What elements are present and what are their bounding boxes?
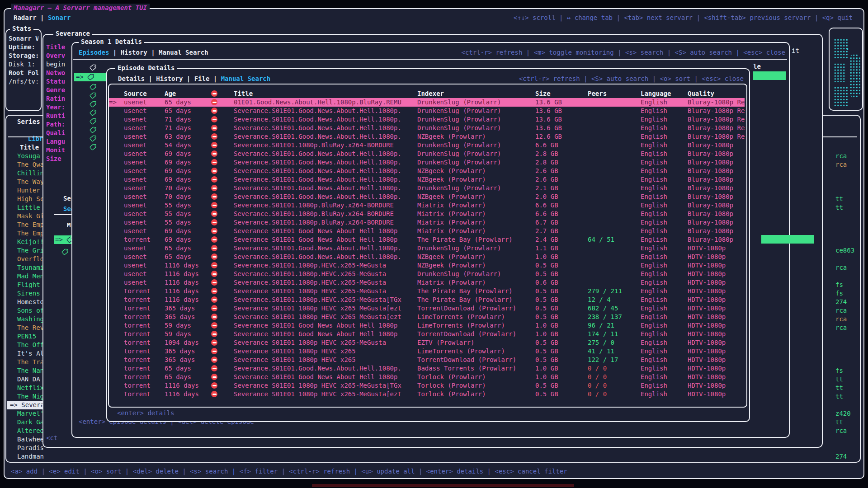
series-field-label: Year: bbox=[46, 103, 73, 112]
release-row[interactable]: usenet65 daysSeverance.S01E01.Good.News.… bbox=[109, 253, 745, 261]
release-row[interactable]: usenet55 daysSeverance.S01E01.1080p.BluR… bbox=[109, 218, 745, 227]
series-list-item[interactable]: The Emp bbox=[7, 221, 44, 229]
release-row[interactable]: usenet70 daysSeverance.S01E01.Good.News.… bbox=[109, 192, 745, 201]
season-tab-manual-search[interactable]: Manual Search bbox=[159, 49, 208, 56]
release-row[interactable]: usenet71 daysSeverance.S01E01.Good.News.… bbox=[109, 115, 745, 124]
release-row[interactable]: torrent365 daysSeverance S01E01 1080p HE… bbox=[109, 313, 745, 321]
series-list-item[interactable]: Paradis bbox=[7, 444, 44, 452]
series-list-item[interactable]: Overflo bbox=[7, 255, 44, 263]
release-row[interactable]: torrent65 daysSeverance S01E01 Good News… bbox=[109, 373, 745, 381]
release-row[interactable]: usenet55 daysSeverance.S01E01.1080p.BluR… bbox=[109, 210, 745, 218]
series-list-item[interactable]: DAN DA bbox=[7, 375, 44, 384]
series-list-item[interactable]: Marvel' bbox=[7, 409, 44, 418]
release-row[interactable]: torrent365 daysSeverance S01E01 1080p HE… bbox=[109, 356, 745, 364]
release-row[interactable]: usenet69 daysSeverance.S01E01.Good.News.… bbox=[109, 175, 745, 184]
release-row[interactable]: torrent365 daysSeverance S01E01 1080p HE… bbox=[109, 347, 745, 356]
release-peers: 174 / 11 bbox=[588, 330, 641, 338]
release-row[interactable]: usenet69 daysSeverance.S01E01.Good.News.… bbox=[109, 167, 745, 175]
episode-row[interactable] bbox=[90, 134, 96, 143]
series-list-item[interactable]: The Gri bbox=[7, 246, 44, 255]
episode-row[interactable] bbox=[90, 117, 96, 126]
series-list-item[interactable]: Washing bbox=[7, 315, 44, 324]
release-row[interactable]: torrent1116 daysSeverance.S01E01.1080p.H… bbox=[109, 296, 745, 304]
series-list-item[interactable]: PEN15 bbox=[7, 332, 44, 341]
selected-episode-row[interactable]: => bbox=[74, 73, 108, 81]
series-list-item[interactable]: The Way bbox=[7, 178, 44, 186]
release-row[interactable]: torrent1116 daysSeverance S01E01 1080p H… bbox=[109, 381, 745, 390]
episode-row[interactable] bbox=[90, 100, 96, 108]
episode-tab-history[interactable]: History bbox=[156, 75, 183, 82]
series-list-item[interactable]: The Qwa bbox=[7, 160, 44, 169]
episode-tab-manual-search[interactable]: Manual Search bbox=[221, 75, 271, 82]
release-language: English bbox=[641, 321, 688, 330]
release-row[interactable]: torrent365 daysSeverance S01E01 1080p HE… bbox=[109, 304, 745, 313]
release-row[interactable]: usenet1116 daysSeverance.S01E01.1080p.HE… bbox=[109, 270, 745, 278]
series-field-label: Langu bbox=[46, 137, 73, 146]
series-list-item[interactable]: Mad Men bbox=[7, 272, 44, 281]
series-list-item[interactable]: Mask Gi bbox=[7, 212, 44, 221]
release-row[interactable]: torrent59 daysSeverance S01E01 Good News… bbox=[109, 321, 745, 330]
series-list-item[interactable]: Sons of bbox=[7, 306, 44, 315]
series-list-item[interactable]: Flight bbox=[7, 281, 44, 289]
release-row[interactable]: torrent59 daysSeverance S01E01 Good News… bbox=[109, 330, 745, 338]
servarr-tab-radarr[interactable]: Radarr bbox=[14, 14, 37, 21]
servarr-tab-sonarr[interactable]: Sonarr bbox=[48, 14, 71, 21]
release-row[interactable]: usenet54 daysSeverance.S01E01.1080p.BluR… bbox=[109, 141, 745, 150]
series-list-item[interactable]: Hunter bbox=[7, 186, 44, 195]
series-list-item[interactable]: Netflix bbox=[7, 384, 44, 392]
no-entry-icon bbox=[211, 365, 217, 371]
release-row[interactable]: usenet63 daysSeverance.S01E01.Good.News.… bbox=[109, 132, 745, 141]
series-list-item[interactable]: Little bbox=[7, 203, 44, 212]
release-row[interactable]: torrent1094 daysSeverance S01E01 1080p H… bbox=[109, 338, 745, 347]
series-list-item[interactable]: The Nig bbox=[7, 392, 44, 401]
series-list-item[interactable]: Tsunami bbox=[7, 263, 44, 272]
release-row[interactable]: usenet65 daysSeverance.S01E01.Good.News.… bbox=[109, 244, 745, 253]
series-list-item[interactable]: Dark Ga bbox=[7, 418, 44, 427]
episode-row[interactable] bbox=[90, 83, 96, 91]
series-list-item[interactable]: Altered bbox=[7, 427, 44, 435]
episode-row[interactable] bbox=[90, 108, 96, 117]
series-list-item[interactable]: Sirens bbox=[7, 289, 44, 298]
release-row-selected[interactable]: =>usenet65 days01E01.Good.News.About.Hel… bbox=[109, 98, 745, 107]
release-row[interactable]: usenet55 daysSeverance.S01E01.1080p.BluR… bbox=[109, 201, 745, 210]
series-list-item[interactable]: Chillin bbox=[7, 169, 44, 178]
series-list-item[interactable]: The Nan bbox=[7, 366, 44, 375]
series-list-item[interactable]: The Rev bbox=[7, 324, 44, 332]
release-row[interactable]: usenet1116 daysSeverance.S01E01.1080p.HE… bbox=[109, 261, 745, 270]
release-row[interactable]: usenet69 daysSeverance S01E01 Good News … bbox=[109, 227, 745, 235]
release-row[interactable]: usenet70 daysSeverance.S01E01.Good.News.… bbox=[109, 184, 745, 192]
episode-row[interactable] bbox=[90, 143, 96, 151]
episode-row[interactable] bbox=[90, 126, 96, 134]
episode-row[interactable] bbox=[90, 91, 96, 100]
release-row[interactable]: usenet69 daysSeverance.S01E01.Good.News.… bbox=[109, 158, 745, 167]
release-row[interactable]: torrent65 daysSeverance.S01E01.Good.News… bbox=[109, 364, 745, 373]
release-row[interactable]: usenet71 daysSeverance.S01E01.Good.News.… bbox=[109, 124, 745, 132]
series-list-item[interactable]: Landman bbox=[7, 452, 44, 461]
season-tab-episodes[interactable]: Episodes bbox=[79, 49, 109, 56]
series-list-item-selected[interactable]: => Severan bbox=[7, 401, 44, 409]
release-row[interactable]: usenet65 daysSeverance.S01E01.Good.News.… bbox=[109, 107, 745, 115]
release-language: English bbox=[641, 244, 688, 253]
selected-season-row[interactable]: => bbox=[54, 235, 72, 244]
release-row[interactable]: torrent1116 daysSeverance S01E01 1080p H… bbox=[109, 390, 745, 399]
series-list-item[interactable]: Homeste bbox=[7, 298, 44, 306]
release-row[interactable]: torrent69 daysSeverance S01E01 Good News… bbox=[109, 235, 745, 244]
episode-tab-file[interactable]: File bbox=[194, 75, 210, 82]
series-list-item[interactable]: Keijo!! bbox=[7, 238, 44, 246]
release-title: Severance S01E01 1080p HEVC x265 MeGusta… bbox=[234, 313, 417, 321]
series-row-fragment: fs bbox=[835, 366, 843, 375]
series-list-item[interactable]: The Tra bbox=[7, 358, 44, 366]
release-peers bbox=[588, 210, 641, 218]
series-list-item[interactable]: Batwhee bbox=[7, 435, 44, 444]
series-list-item[interactable]: Yosuga bbox=[7, 152, 44, 160]
release-row[interactable]: usenet1116 daysSeverance.S01E01.1080p.HE… bbox=[109, 278, 745, 287]
global-keybind-hints: <↑↓> scroll | ↔ change tab | <tab> next … bbox=[514, 14, 853, 22]
release-row[interactable]: usenet69 daysSeverance.S01E01.Good.News.… bbox=[109, 150, 745, 158]
season-tab-history[interactable]: History bbox=[121, 49, 147, 56]
episode-tab-details[interactable]: Details bbox=[118, 75, 145, 82]
series-list-item[interactable]: The Emp bbox=[7, 229, 44, 238]
series-list-item[interactable]: It's Al bbox=[7, 349, 44, 358]
release-row[interactable]: torrent1116 daysSeverance S01E01 1080p H… bbox=[109, 287, 745, 296]
series-list-item[interactable]: The Off bbox=[7, 341, 44, 349]
series-list-item[interactable]: High Sc bbox=[7, 195, 44, 203]
